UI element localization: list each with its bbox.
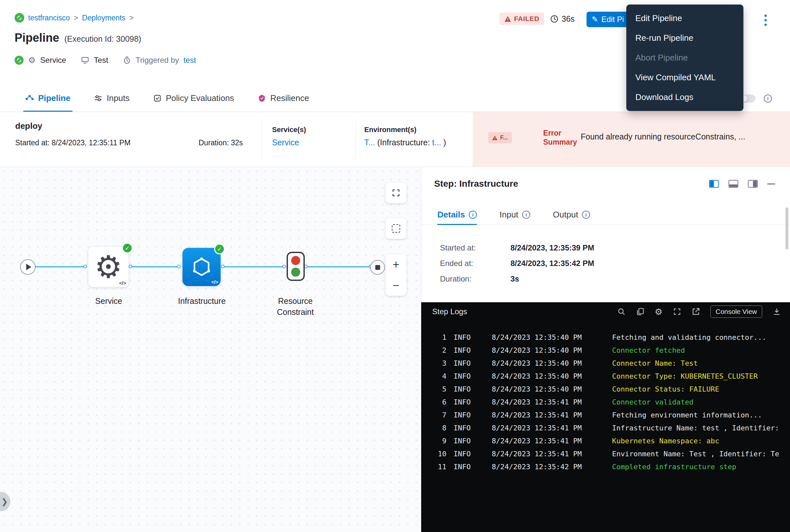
infrastructure-step-node[interactable]: ✓ </> xyxy=(182,248,220,286)
tab-policy-evaluations[interactable]: Policy Evaluations xyxy=(151,85,236,112)
pipeline-options-menu: Edit Pipeline Re-run Pipeline Abort Pipe… xyxy=(626,4,744,111)
tab-inputs[interactable]: Inputs xyxy=(92,85,132,112)
log-line: 6INFO8/24/2023 12:35:41 PMConnector vali… xyxy=(432,396,787,408)
layout-split-right-icon[interactable] xyxy=(748,180,758,188)
menu-item-abort-pipeline: Abort Pipeline xyxy=(626,48,744,68)
copy-icon[interactable] xyxy=(636,307,644,316)
menu-item-rerun-pipeline[interactable]: Re-run Pipeline xyxy=(626,28,744,48)
environments-label: Environment(s) xyxy=(364,126,446,134)
menu-item-view-compiled-yaml[interactable]: View Compiled YAML xyxy=(626,68,744,88)
triggered-by-user-link[interactable]: test xyxy=(184,56,196,65)
step-logs-title: Step Logs xyxy=(432,307,467,316)
breadcrumb-deployments-link[interactable]: Deployments xyxy=(82,14,126,22)
harness-cd-module-icon xyxy=(15,56,24,65)
step-panel-title: Step: Infrastructure xyxy=(434,178,518,189)
info-icon[interactable]: i xyxy=(764,95,772,102)
pipeline-execution-page: testfrancisco > Deployments > Pipeline (… xyxy=(0,0,790,532)
zoom-in-button[interactable]: + xyxy=(386,254,406,275)
log-line: 9INFO8/24/2023 12:35:41 PMKubernetes Nam… xyxy=(432,434,787,447)
error-summary-message: Found already running resourceConstrains… xyxy=(581,132,786,141)
resource-constraint-node[interactable] xyxy=(287,252,305,281)
execution-id: (Execution Id: 30098) xyxy=(64,34,141,44)
environment-infra-prefix: (Infrastructure: xyxy=(377,138,430,147)
breadcrumb-project-link[interactable]: testfrancisco xyxy=(28,14,70,22)
infrastructure-link[interactable]: t... xyxy=(432,138,441,147)
pipeline-graph-canvas[interactable]: ⚙ ✓ </> ✓ </> Service Infrastructure Res… xyxy=(0,167,421,532)
play-icon xyxy=(26,264,32,270)
scrollbar-thumb[interactable] xyxy=(786,207,788,249)
tab-resilience[interactable]: Resilience xyxy=(255,85,311,112)
tab-pipeline[interactable]: Pipeline xyxy=(23,85,73,112)
pipeline-tab-icon xyxy=(25,94,34,102)
open-external-icon[interactable] xyxy=(692,307,700,316)
chevron-right-icon: ❯ xyxy=(1,497,8,506)
step-details-panel: Step: Infrastructure Details i Input i O… xyxy=(421,167,790,532)
node-label-infrastructure: Infrastructure xyxy=(172,296,231,307)
log-line: 1INFO8/24/2023 12:35:40 PMFetching and v… xyxy=(432,331,787,344)
detail-label: Ended at: xyxy=(440,259,510,268)
inputs-tab-icon xyxy=(94,94,102,102)
graph-edge xyxy=(131,266,178,267)
info-icon[interactable]: i xyxy=(582,211,590,219)
infrastructure-hexagon-icon xyxy=(191,256,212,277)
breadcrumb-separator: > xyxy=(74,14,78,22)
tab-details[interactable]: Details i xyxy=(437,205,477,225)
tab-output-label: Output xyxy=(553,210,578,220)
tab-resilience-label: Resilience xyxy=(270,93,309,103)
error-summary-label: Error Summary xyxy=(543,129,579,147)
environments-column: Environment(s) T... (Infrastructure: t..… xyxy=(364,126,446,147)
stage-name[interactable]: deploy xyxy=(15,121,42,131)
info-icon[interactable]: i xyxy=(469,211,477,219)
panel-layout-controls xyxy=(709,180,775,188)
more-options-kebab-icon[interactable] xyxy=(761,12,770,28)
log-line: 7INFO8/24/2023 12:35:41 PMFetching envir… xyxy=(432,408,787,421)
download-icon[interactable] xyxy=(772,307,781,316)
environment-link[interactable]: T... xyxy=(364,138,375,147)
menu-item-edit-pipeline[interactable]: Edit Pipeline xyxy=(626,8,744,28)
success-check-icon: ✓ xyxy=(214,244,225,254)
edge-dot xyxy=(283,265,286,268)
fullscreen-icon xyxy=(391,188,401,197)
info-icon[interactable]: i xyxy=(522,211,530,219)
marquee-select-button[interactable] xyxy=(386,218,406,239)
node-label-resource-constraint: Resource Constraint xyxy=(263,296,328,318)
service-step-node[interactable]: ⚙ ✓ </> xyxy=(88,247,129,287)
console-view-button[interactable]: Console View xyxy=(710,305,762,318)
pipeline-start-node[interactable] xyxy=(20,259,36,275)
tab-output[interactable]: Output i xyxy=(553,205,590,225)
detail-label: Started at: xyxy=(440,243,510,252)
services-label: Service(s) xyxy=(272,126,306,134)
environment-name[interactable]: Test xyxy=(94,56,108,65)
service-name[interactable]: Service xyxy=(40,56,66,65)
code-icon: </> xyxy=(119,280,126,286)
layout-bottom-icon[interactable] xyxy=(729,180,738,188)
tab-input[interactable]: Input i xyxy=(500,205,530,225)
pipeline-end-node[interactable] xyxy=(370,260,385,275)
layout-split-left-icon[interactable] xyxy=(709,180,719,188)
red-lamp-icon xyxy=(291,256,300,265)
page-title: Pipeline xyxy=(15,31,59,45)
success-check-icon: ✓ xyxy=(122,243,133,253)
log-settings-gear-icon[interactable]: ⚙ xyxy=(655,307,662,316)
menu-item-download-logs[interactable]: Download Logs xyxy=(626,88,744,107)
environment-value: T... (Infrastructure: t... ) xyxy=(364,138,446,147)
minimize-panel-icon[interactable] xyxy=(767,184,775,185)
stage-started-at: Started at: 8/24/2023, 12:35:11 PM xyxy=(15,138,130,147)
step-logs-panel: Step Logs ⚙ Console View 1INFO8/24/2023 … xyxy=(421,302,790,532)
policy-tab-icon xyxy=(153,94,162,102)
detail-value: 8/24/2023, 12:35:39 PM xyxy=(510,243,594,252)
detail-label: Duration: xyxy=(440,274,510,284)
collapse-panel-handle[interactable]: ❯ xyxy=(0,492,11,511)
service-link[interactable]: Service xyxy=(272,138,306,147)
fullscreen-button[interactable] xyxy=(386,183,406,203)
stage-summary-bar: deploy Started at: 8/24/2023, 12:35:11 P… xyxy=(0,112,790,167)
tab-details-label: Details xyxy=(437,210,465,220)
zoom-pill: + − xyxy=(386,254,406,296)
breadcrumb-separator: > xyxy=(129,14,134,22)
log-line: 3INFO8/24/2023 12:35:40 PMConnector Name… xyxy=(432,357,787,369)
search-icon[interactable] xyxy=(617,307,626,316)
detail-value: 8/24/2023, 12:35:42 PM xyxy=(510,259,594,268)
failed-mini-badge: F... xyxy=(488,132,512,144)
zoom-out-button[interactable]: − xyxy=(386,275,406,296)
expand-logs-icon[interactable] xyxy=(673,307,681,316)
